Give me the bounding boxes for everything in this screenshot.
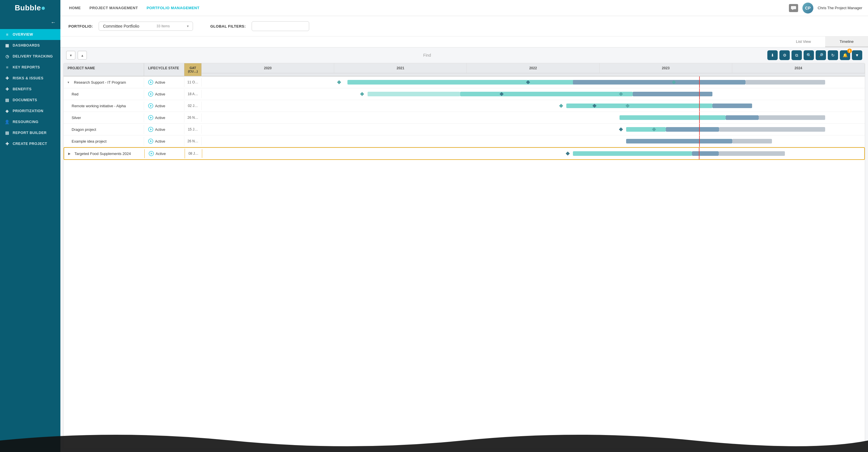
- table-row[interactable]: ▾ Research Support - IT Program Active 1…: [64, 76, 865, 88]
- sidebar-item-label: KEY REPORTS: [13, 65, 40, 69]
- active-state-icon: [148, 115, 153, 120]
- logo: Bubble●: [15, 3, 45, 12]
- nav-project-management[interactable]: PROJECT MANAGEMENT: [89, 6, 138, 10]
- cell-gate: 08 J…: [185, 149, 202, 158]
- download-icon: ⬇: [771, 53, 774, 58]
- refresh-button[interactable]: ↻: [828, 50, 838, 60]
- settings-button[interactable]: ⚙: [779, 50, 790, 60]
- sidebar-item-dashboards[interactable]: ▦ DASHBOARDS: [0, 40, 60, 51]
- create-project-icon: ✚: [5, 141, 10, 146]
- zoom-out-button[interactable]: 🔍: [816, 50, 826, 60]
- project-name-text: Silver: [72, 116, 81, 120]
- lifecycle-text: Active: [155, 139, 165, 143]
- prioritization-icon: ◈: [5, 109, 10, 113]
- lifecycle-text: Active: [155, 104, 165, 108]
- global-filters-input[interactable]: [252, 21, 309, 31]
- sidebar-item-risks-issues[interactable]: ✚ RISKS & ISSUES: [0, 73, 60, 84]
- table-row[interactable]: Example idea project Active 26 N…: [64, 135, 865, 147]
- sidebar-item-label: REPORT BUILDER: [13, 131, 46, 135]
- sidebar-item-label: RESOURCING: [13, 120, 38, 124]
- cell-timeline: [202, 112, 865, 123]
- cell-project-name: Dragon project: [64, 125, 144, 134]
- cell-lifecycle: Active: [144, 113, 184, 123]
- expand-icon[interactable]: ▶: [68, 152, 73, 156]
- gear-icon: ⚙: [783, 53, 786, 58]
- portfolio-dropdown[interactable]: Committee Portfiolio 33 Items ▾: [99, 22, 193, 31]
- header-gate: GAT (CU…): [184, 63, 202, 76]
- project-name-text: Red: [72, 92, 79, 96]
- chat-icon[interactable]: [789, 4, 798, 12]
- find-label: Find: [423, 53, 431, 58]
- gantt-table: PROJECT NAME LIFECYCLE STATE GAT (CU…) 2…: [64, 63, 865, 160]
- lifecycle-text: Active: [155, 80, 165, 85]
- notifications-button[interactable]: 🔔 1: [840, 50, 850, 60]
- active-state-icon: [148, 79, 153, 85]
- portfolio-label: PORTFOLIO:: [68, 24, 93, 29]
- project-name-text: Dragon project: [72, 127, 96, 132]
- sidebar-item-delivery-tracking[interactable]: ◷ DELIVERY TRACKING: [0, 51, 60, 62]
- table-row[interactable]: ▶ Targeted Food Supplements 2024 Active …: [64, 147, 865, 160]
- view-toggle-area: List View Timeline: [60, 36, 868, 47]
- collapse-up-button[interactable]: ▴: [78, 51, 87, 60]
- sidebar-item-overview[interactable]: ≡ OVERVIEW: [0, 29, 60, 40]
- toolbar-right: ⬇ ⚙ ⧉ 🔍 🔍 ↻ 🔔 1: [767, 50, 862, 60]
- risks-issues-icon: ✚: [5, 76, 10, 80]
- nav-home[interactable]: HOME: [69, 6, 81, 10]
- year-2024: 2024: [732, 63, 865, 73]
- sidebar-item-benefits[interactable]: ✚ BENEFITS: [0, 84, 60, 95]
- cell-timeline: [202, 76, 865, 88]
- delivery-tracking-icon: ◷: [5, 54, 10, 59]
- cell-timeline: [202, 88, 865, 100]
- sidebar-item-resourcing[interactable]: 👤 RESOURCING: [0, 117, 60, 127]
- header-lifecycle: LIFECYCLE STATE: [144, 63, 184, 76]
- active-state-icon: [148, 138, 153, 144]
- lifecycle-text: Active: [155, 92, 165, 96]
- year-2020: 2020: [202, 63, 334, 73]
- cell-lifecycle: Active: [144, 101, 184, 111]
- avatar[interactable]: CP: [802, 3, 813, 13]
- toolbar: ▾ ▴ Find ⬇ ⚙ ⧉ 🔍: [60, 47, 868, 63]
- cell-gate: 15 J…: [184, 125, 202, 134]
- active-state-icon: [148, 127, 153, 132]
- cell-timeline: [202, 124, 865, 135]
- sidebar-item-create-project[interactable]: ✚ CREATE PROJECT: [0, 138, 60, 149]
- cell-project-name: Example idea project: [64, 137, 144, 146]
- expand-icon[interactable]: ▾: [68, 80, 72, 84]
- zoom-in-button[interactable]: 🔍: [804, 50, 814, 60]
- project-name-text: Example idea project: [72, 139, 106, 143]
- tab-list-view[interactable]: List View: [782, 36, 826, 47]
- chevron-down-icon: ▾: [70, 53, 72, 58]
- table-row[interactable]: Dragon project Active 15 J…: [64, 124, 865, 135]
- cell-lifecycle: Active: [144, 125, 184, 134]
- table-row[interactable]: Red Active 18 A…: [64, 88, 865, 100]
- nav-portfolio-management[interactable]: PORTFOLIO MANAGEMENT: [147, 6, 199, 10]
- sidebar-back-button[interactable]: ←: [0, 16, 60, 29]
- copy-button[interactable]: ⧉: [792, 50, 802, 60]
- benefits-icon: ✚: [5, 87, 10, 91]
- logo-dot: ●: [41, 3, 45, 12]
- download-button[interactable]: ⬇: [767, 50, 778, 60]
- year-2021: 2021: [334, 63, 467, 73]
- sidebar-item-report-builder[interactable]: ▤ REPORT BUILDER: [0, 127, 60, 138]
- cell-project-name: ▾ Research Support - IT Program: [64, 78, 144, 87]
- cell-gate: 26 N…: [184, 113, 202, 122]
- table-row[interactable]: Silver Active 26 N…: [64, 112, 865, 124]
- chevron-up-icon: ▴: [82, 53, 84, 58]
- tab-timeline[interactable]: Timeline: [825, 36, 868, 47]
- collapse-down-button[interactable]: ▾: [66, 51, 75, 60]
- logo-area: Bubble●: [0, 0, 60, 16]
- dropdown-arrow-icon: ▾: [187, 24, 189, 28]
- copy-icon: ⧉: [795, 53, 798, 58]
- filter-button[interactable]: ▼: [852, 50, 862, 60]
- cell-gate: 11 O…: [184, 78, 202, 87]
- top-navigation: Bubble● HOME PROJECT MANAGEMENT PORTFOLI…: [0, 0, 868, 16]
- project-name-text: Remote working initiative - Alpha: [72, 104, 126, 108]
- sidebar-item-documents[interactable]: ▤ DOCUMENTS: [0, 95, 60, 105]
- gantt-container[interactable]: PROJECT NAME LIFECYCLE STATE GAT (CU…) 2…: [63, 63, 865, 449]
- sidebar-item-prioritization[interactable]: ◈ PRIORITIZATION: [0, 105, 60, 117]
- cell-project-name: Silver: [64, 113, 144, 122]
- cell-lifecycle: Active: [144, 136, 184, 146]
- sidebar-item-key-reports[interactable]: ≡ KEY REPORTS: [0, 62, 60, 73]
- table-row[interactable]: Remote working initiative - Alpha Active…: [64, 100, 865, 112]
- active-state-icon: [149, 151, 154, 156]
